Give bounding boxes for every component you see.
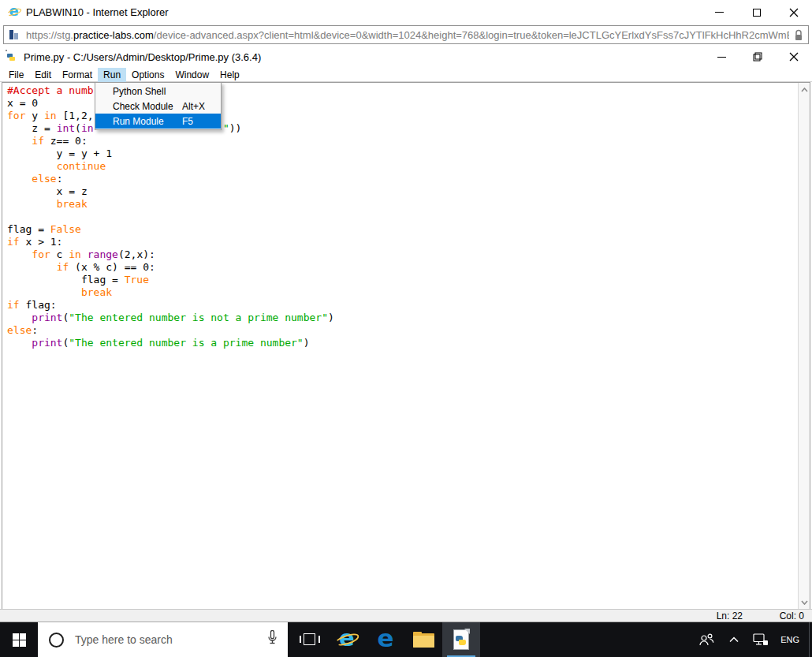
vertical-scrollbar[interactable]: [798, 83, 810, 609]
menu-bar: FileEditFormatRunOptionsWindowHelp: [0, 68, 812, 82]
code-line: if z== 0:: [7, 135, 798, 147]
code-line: else:: [7, 324, 798, 337]
tray-overflow-chevron-up-icon[interactable]: [722, 622, 746, 657]
ie-close-button[interactable]: [775, 0, 812, 24]
menu-window[interactable]: Window: [169, 68, 214, 82]
task-view-icon: [300, 633, 320, 647]
network-icon[interactable]: [746, 622, 776, 657]
people-icon[interactable]: [691, 622, 722, 657]
idle-window: Prime.py - C:/Users/Admin/Desktop/Prime.…: [0, 46, 812, 622]
taskbar-internet-explorer[interactable]: e: [329, 622, 367, 657]
code-line: flag = False: [7, 223, 798, 236]
code-line: y = y + 1: [7, 147, 798, 160]
idle-minimize-button[interactable]: [703, 46, 739, 68]
idle-status-bar: Ln: 22 Col: 0: [0, 609, 812, 622]
system-tray: ENG: [691, 622, 812, 657]
close-icon: [789, 52, 799, 62]
ie-maximize-button[interactable]: [738, 0, 775, 24]
maximize-icon: [753, 9, 761, 17]
menu-item-label: Python Shell: [113, 86, 182, 97]
menu-item-check-module[interactable]: Check ModuleAlt+X: [95, 99, 221, 114]
code-line: [7, 211, 798, 223]
taskbar-file-explorer[interactable]: [404, 622, 442, 657]
menu-run[interactable]: Run: [98, 68, 126, 82]
ie-address-bar-row: https://stg.practice-labs.com/device-adv…: [0, 24, 812, 46]
code-line: if (x % c) == 0:: [7, 261, 798, 274]
code-line: flag = True: [7, 274, 798, 286]
address-input[interactable]: https://stg.practice-labs.com/device-adv…: [3, 25, 809, 44]
code-line: break: [7, 198, 798, 211]
code-line: continue: [7, 160, 798, 173]
internet-explorer-icon: e: [336, 628, 359, 651]
scroll-down-button[interactable]: [799, 596, 810, 608]
taskbar: Type here to search e e: [0, 622, 812, 657]
language-indicator[interactable]: ENG: [776, 635, 809, 644]
edge-icon: e: [377, 626, 393, 653]
menu-item-label: Check Module: [113, 101, 182, 112]
cortana-icon: [49, 633, 64, 648]
minimize-icon: [717, 57, 726, 58]
file-explorer-icon: [413, 632, 434, 648]
windows-logo-icon: [13, 633, 26, 647]
menu-file[interactable]: File: [3, 68, 29, 82]
close-icon: [789, 8, 799, 17]
ie-window-title: PLABWIN10 - Internet Explorer: [26, 6, 169, 18]
restore-icon: [753, 52, 762, 62]
menu-item-accelerator: F5: [182, 116, 221, 127]
code-line: if x > 1:: [7, 236, 798, 248]
run-dropdown-menu: Python ShellCheck ModuleAlt+XRun ModuleF…: [95, 82, 222, 130]
search-placeholder: Type here to search: [75, 633, 266, 646]
scroll-up-button[interactable]: [799, 84, 810, 95]
chevron-down-icon: [801, 600, 808, 605]
menu-help[interactable]: Help: [214, 68, 245, 82]
menu-format[interactable]: Format: [57, 68, 98, 82]
taskbar-python-idle-active[interactable]: [442, 622, 480, 657]
ie-minimize-button[interactable]: [701, 0, 738, 24]
menu-item-run-module[interactable]: Run ModuleF5: [95, 114, 221, 129]
task-view-button[interactable]: [291, 622, 329, 657]
address-url: https://stg.practice-labs.com/device-adv…: [26, 29, 789, 41]
screen: e PLABWIN10 - Internet Explorer https://…: [0, 0, 812, 657]
start-button[interactable]: [0, 622, 38, 657]
code-area[interactable]: #Accept a numbx = 0for y in [1,2, z = in…: [2, 83, 798, 609]
editor-pane[interactable]: #Accept a numbx = 0for y in [1,2, z = in…: [2, 82, 810, 609]
menu-item-accelerator: Alt+X: [182, 101, 221, 112]
status-line-number: Ln: 22: [717, 610, 743, 622]
code-line: for c in range(2,x):: [7, 248, 798, 261]
security-lock-icon: [794, 29, 803, 41]
code-line: print("The entered number is a prime num…: [7, 337, 798, 349]
code-line: else:: [7, 173, 798, 185]
code-line: break: [7, 286, 798, 299]
idle-restore-button[interactable]: [739, 46, 776, 68]
ie-titlebar: e PLABWIN10 - Internet Explorer: [0, 0, 812, 24]
show-desktop-button[interactable]: [809, 622, 812, 657]
idle-window-title: Prime.py - C:/Users/Admin/Desktop/Prime.…: [24, 51, 261, 63]
menu-edit[interactable]: Edit: [29, 68, 57, 82]
menu-item-label: Run Module: [113, 116, 182, 127]
menu-item-python-shell[interactable]: Python Shell: [95, 84, 221, 99]
taskbar-edge[interactable]: e: [367, 622, 404, 657]
taskbar-search-box[interactable]: Type here to search: [38, 622, 288, 657]
code-line: x = z: [7, 185, 798, 198]
minimize-icon: [715, 12, 724, 13]
status-column-number: Col: 0: [780, 610, 804, 622]
idle-close-button[interactable]: [776, 46, 812, 68]
site-favicon: [9, 29, 20, 40]
code-line: print("The entered number is not a prime…: [7, 312, 798, 324]
code-line: if flag:: [7, 299, 798, 312]
idle-titlebar: Prime.py - C:/Users/Admin/Desktop/Prime.…: [0, 46, 812, 68]
microphone-icon[interactable]: [266, 630, 278, 649]
internet-explorer-icon: e: [7, 5, 22, 20]
menu-options[interactable]: Options: [126, 68, 169, 82]
chevron-up-icon: [801, 88, 808, 92]
python-file-icon: [453, 629, 469, 650]
